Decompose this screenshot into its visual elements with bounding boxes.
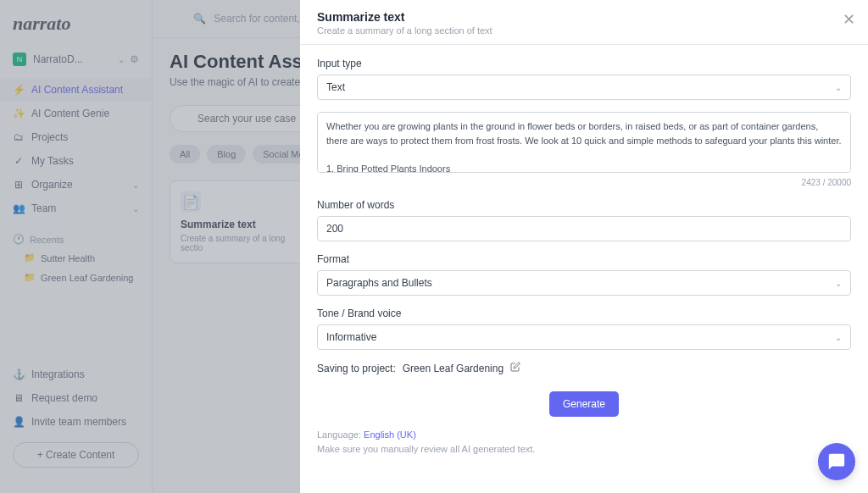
language-link[interactable]: English (UK) <box>364 429 416 440</box>
generate-button[interactable]: Generate <box>549 391 619 417</box>
chevron-down-icon: ⌄ <box>835 333 842 342</box>
words-input[interactable] <box>317 216 851 241</box>
close-icon[interactable]: ✕ <box>843 10 855 29</box>
language-row: Language: English (UK) <box>317 429 851 440</box>
saving-project-name: Green Leaf Gardening <box>403 363 504 374</box>
chevron-down-icon: ⌄ <box>835 83 842 92</box>
modal-subtitle: Create a summary of a long section of te… <box>317 25 851 36</box>
modal-panel: Summarize text Create a summary of a lon… <box>300 0 868 493</box>
words-label: Number of words <box>317 199 851 211</box>
saving-project-row: Saving to project: Green Leaf Gardening <box>317 362 851 374</box>
chat-icon <box>827 452 846 471</box>
input-type-label: Input type <box>317 58 851 69</box>
input-type-select[interactable]: Text ⌄ <box>317 75 851 100</box>
char-count: 2423 / 20000 <box>317 178 851 187</box>
format-select[interactable]: Paragraphs and Bullets ⌄ <box>317 270 851 296</box>
chevron-down-icon: ⌄ <box>835 279 842 288</box>
tone-select[interactable]: Informative ⌄ <box>317 324 851 350</box>
chat-widget[interactable] <box>818 443 855 480</box>
format-label: Format <box>317 253 851 265</box>
modal-title: Summarize text <box>317 10 851 24</box>
edit-icon[interactable] <box>510 362 520 374</box>
tone-label: Tone / Brand voice <box>317 307 851 319</box>
review-note: Make sure you manually review all AI gen… <box>317 444 851 454</box>
text-input[interactable]: Whether you are growing plants in the gr… <box>317 112 851 173</box>
